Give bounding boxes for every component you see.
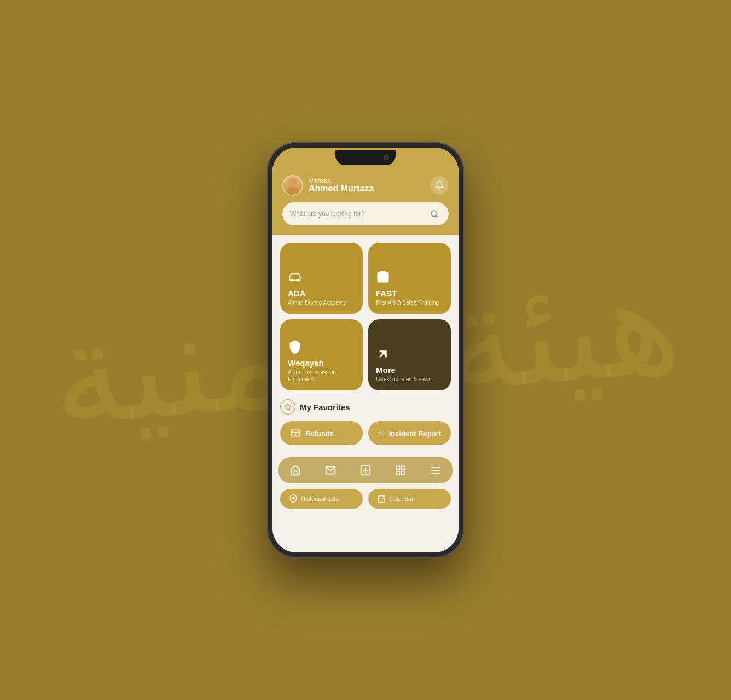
search-icon	[430, 209, 439, 218]
weqayah-card[interactable]: Weqayah Alarm Transmission Equipment	[280, 319, 363, 390]
svg-point-5	[297, 279, 299, 281]
more-subtitle: Latest updates & news	[376, 376, 443, 383]
svg-line-3	[436, 215, 438, 217]
svg-rect-21	[402, 471, 405, 475]
location-icon	[289, 494, 298, 503]
bell-button[interactable]	[430, 176, 449, 195]
incident-report-pill[interactable]: Incident Report	[368, 421, 451, 445]
greeting-block: Marhaba, Ahmed Murtaza	[309, 178, 374, 194]
weqayah-title: Weqayah	[288, 358, 355, 368]
arrow-diagonal-icon	[376, 347, 390, 361]
header: Marhaba, Ahmed Murtaza	[272, 167, 459, 235]
shield-icon	[288, 340, 302, 354]
star-icon	[284, 403, 292, 411]
refunds-pill[interactable]: Refunds	[280, 421, 363, 445]
fast-title: FAST	[376, 289, 443, 298]
favorites-section: My Favorites Refunds	[272, 395, 459, 453]
nav-messages[interactable]	[320, 463, 341, 478]
phone-screen: Marhaba, Ahmed Murtaza	[272, 148, 459, 552]
menu-icon	[430, 465, 441, 476]
svg-rect-18	[397, 466, 400, 470]
bottom-nav	[278, 457, 453, 483]
search-placeholder-text: What are you looking for?	[290, 210, 365, 218]
calendar-label: Calendar	[389, 495, 414, 502]
refunds-icon	[290, 428, 301, 439]
notch-area	[272, 148, 459, 167]
svg-rect-19	[402, 466, 405, 470]
avatar	[282, 175, 303, 196]
favorites-header: My Favorites	[280, 399, 451, 415]
star-circle	[280, 399, 295, 415]
car-icon	[288, 270, 302, 284]
nav-menu[interactable]	[425, 463, 446, 478]
phone-shell: Marhaba, Ahmed Murtaza	[267, 142, 464, 558]
more-card[interactable]: More Latest updates & news	[368, 319, 451, 390]
first-aid-icon	[376, 270, 390, 284]
more-title: More	[376, 365, 443, 375]
megaphone-icon	[378, 428, 385, 439]
nav-add[interactable]	[355, 463, 376, 478]
search-bar[interactable]: What are you looking for?	[282, 202, 449, 225]
header-top: Marhaba, Ahmed Murtaza	[282, 175, 449, 196]
weqayah-subtitle: Alarm Transmission Equipment	[288, 369, 355, 383]
username-text: Ahmed Murtaza	[309, 184, 374, 194]
fast-card[interactable]: FAST First Aid & Safety Training	[368, 243, 451, 314]
refunds-label: Refunds	[305, 429, 334, 438]
grid-section: ADA Ajman Driving Academy FAST First Aid…	[272, 235, 459, 395]
notch	[335, 150, 396, 165]
svg-point-25	[292, 497, 294, 499]
svg-marker-13	[379, 431, 381, 435]
calendar-pill[interactable]: Calendar	[368, 489, 451, 509]
svg-point-0	[288, 177, 297, 186]
phone-wrapper: Marhaba, Ahmed Murtaza	[267, 142, 464, 558]
message-icon	[325, 465, 336, 476]
screen-content: Marhaba, Ahmed Murtaza	[272, 167, 459, 552]
svg-marker-9	[285, 404, 291, 410]
search-icon-wrap	[428, 207, 441, 220]
bottom-items: Historical data Calendar	[272, 489, 459, 516]
favorites-title: My Favorites	[300, 402, 350, 412]
incident-report-label: Incident Report	[389, 429, 441, 438]
svg-point-1	[286, 186, 299, 195]
camera	[384, 155, 389, 160]
marhaba-text: Marhaba,	[309, 178, 374, 184]
svg-rect-20	[397, 471, 400, 475]
favorites-pills: Refunds Incident Report	[280, 421, 451, 445]
bell-icon	[434, 180, 444, 190]
user-info: Marhaba, Ahmed Murtaza	[282, 175, 374, 196]
svg-point-4	[291, 279, 293, 281]
nav-grid[interactable]	[390, 463, 411, 478]
grid-icon	[395, 465, 406, 476]
nav-home[interactable]	[285, 463, 306, 478]
svg-point-2	[431, 211, 437, 217]
historical-data-label: Historical data	[301, 495, 339, 502]
home-icon	[290, 465, 301, 476]
ada-subtitle: Ajman Driving Academy	[288, 299, 355, 306]
ada-title: ADA	[288, 289, 355, 298]
calendar-icon	[377, 494, 386, 503]
add-icon	[360, 465, 371, 476]
svg-rect-26	[378, 496, 385, 503]
svg-point-12	[295, 434, 297, 435]
fast-subtitle: First Aid & Safety Training	[376, 299, 443, 306]
ada-card[interactable]: ADA Ajman Driving Academy	[280, 243, 363, 314]
historical-data-pill[interactable]: Historical data	[280, 489, 363, 509]
avatar-face	[283, 176, 302, 195]
